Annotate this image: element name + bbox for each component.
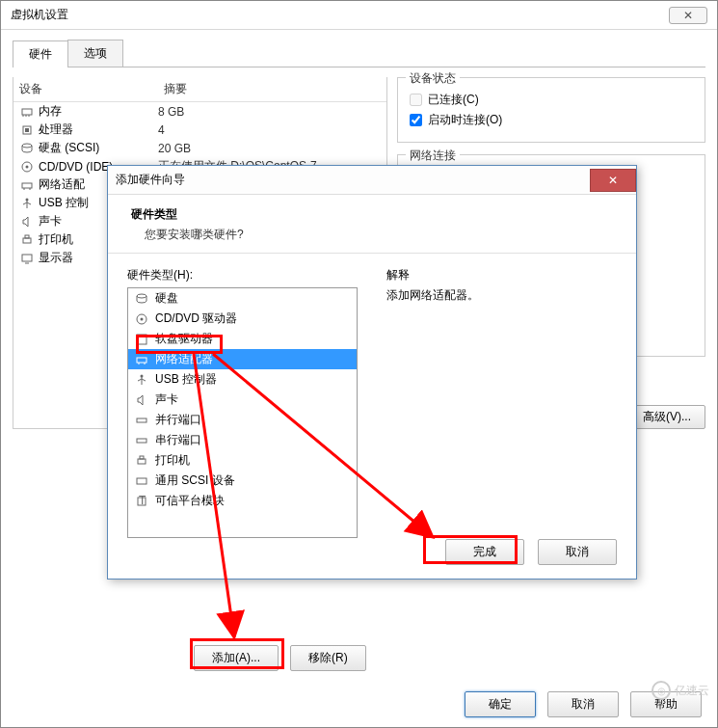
device-summary: 8 GB xyxy=(158,105,381,119)
connected-label: 已连接(C) xyxy=(428,92,479,108)
hardware-type-label: 硬件类型(H): xyxy=(127,267,358,283)
scsi-icon xyxy=(134,474,149,488)
svg-rect-32 xyxy=(137,418,146,422)
device-name: 声卡 xyxy=(39,213,62,229)
svg-line-15 xyxy=(27,202,31,204)
svg-rect-35 xyxy=(140,456,144,459)
svg-text:T: T xyxy=(139,495,146,507)
status-title: 设备状态 xyxy=(406,70,460,87)
device-name: 打印机 xyxy=(39,231,73,248)
hardware-item-label: 并行端口 xyxy=(155,412,201,428)
svg-rect-0 xyxy=(22,109,32,115)
wizard-title: 添加硬件向导 xyxy=(116,172,185,188)
svg-point-8 xyxy=(26,165,29,168)
hardware-item[interactable]: 硬盘 xyxy=(128,288,357,309)
port-icon xyxy=(134,414,149,427)
svg-rect-18 xyxy=(22,255,32,261)
watermark-text: 亿速云 xyxy=(675,683,709,699)
cd-icon xyxy=(19,160,35,174)
hardware-item-label: 通用 SCSI 设备 xyxy=(155,472,235,489)
tpm-icon: T xyxy=(134,495,149,508)
wizard-subheading: 您要安装哪类硬件? xyxy=(131,227,613,243)
netbox-title: 网络连接 xyxy=(406,148,460,164)
hardware-item[interactable]: 打印机 xyxy=(128,450,357,471)
device-row[interactable]: 处理器4 xyxy=(13,121,386,139)
svg-rect-25 xyxy=(137,358,146,363)
wizard-close-button[interactable]: ✕ xyxy=(590,169,636,192)
hardware-item[interactable]: T可信平台模块 xyxy=(128,491,357,511)
tab-options[interactable]: 选项 xyxy=(67,40,123,67)
hardware-item[interactable]: USB 控制器 xyxy=(128,369,357,390)
svg-rect-17 xyxy=(25,235,29,238)
disk-icon xyxy=(134,292,149,306)
cd-icon xyxy=(134,312,149,326)
net-icon xyxy=(134,353,149,366)
titlebar: 虚拟机设置 ✕ xyxy=(1,1,717,30)
floppy-icon xyxy=(134,333,149,346)
hardware-item-label: CD/DVD 驱动器 xyxy=(155,310,237,327)
svg-line-30 xyxy=(138,379,142,381)
svg-rect-5 xyxy=(25,128,29,132)
printer-icon xyxy=(19,233,35,247)
close-button[interactable]: ✕ xyxy=(669,7,707,24)
hardware-item[interactable]: 声卡 xyxy=(128,390,357,410)
add-hardware-wizard: 添加硬件向导 ✕ 硬件类型 您要安装哪类硬件? 硬件类型(H): 硬盘CD/DV… xyxy=(107,165,637,580)
advanced-button[interactable]: 高级(V)... xyxy=(628,405,705,429)
device-name: 处理器 xyxy=(39,121,73,138)
connect-on-start-input[interactable] xyxy=(410,114,422,126)
connected-checkbox[interactable]: 已连接(C) xyxy=(410,92,693,108)
device-summary: 4 xyxy=(158,123,381,137)
connect-on-start-checkbox[interactable]: 启动时连接(O) xyxy=(410,112,693,128)
hardware-item[interactable]: 通用 SCSI 设备 xyxy=(128,471,357,491)
device-name: USB 控制 xyxy=(39,195,89,211)
device-name: CD/DVD (IDE) xyxy=(39,160,113,174)
svg-point-22 xyxy=(141,317,144,320)
net-icon xyxy=(19,178,35,192)
svg-rect-16 xyxy=(23,238,31,243)
tab-hardware[interactable]: 硬件 xyxy=(13,40,68,67)
hardware-item[interactable]: 软盘驱动器 xyxy=(128,329,357,349)
add-button[interactable]: 添加(A)... xyxy=(194,645,279,671)
hardware-item-label: 硬盘 xyxy=(155,290,178,307)
hardware-item[interactable]: 并行端口 xyxy=(128,410,357,430)
description-label: 解释 xyxy=(386,267,617,283)
sound-icon xyxy=(134,393,149,407)
svg-line-31 xyxy=(142,379,146,381)
hardware-item-label: 软盘驱动器 xyxy=(155,331,213,347)
device-name: 网络适配 xyxy=(39,176,85,193)
hardware-item-label: USB 控制器 xyxy=(155,371,217,388)
device-name: 内存 xyxy=(39,103,62,120)
svg-rect-9 xyxy=(22,183,32,188)
hardware-type-list[interactable]: 硬盘CD/DVD 驱动器软盘驱动器网络适配器USB 控制器声卡并行端口串行端口打… xyxy=(127,287,358,538)
svg-point-6 xyxy=(22,144,32,148)
wizard-cancel-button[interactable]: 取消 xyxy=(538,539,617,565)
wizard-header: 硬件类型 您要安装哪类硬件? xyxy=(108,195,636,254)
col-summary: 摘要 xyxy=(158,77,386,101)
device-row[interactable]: 硬盘 (SCSI)20 GB xyxy=(13,139,386,157)
ok-button[interactable]: 确定 xyxy=(465,691,536,717)
device-status-group: 设备状态 已连接(C) 启动时连接(O) xyxy=(397,77,705,143)
device-row[interactable]: 内存8 GB xyxy=(13,102,386,121)
finish-button[interactable]: 完成 xyxy=(445,539,524,565)
svg-point-20 xyxy=(137,294,146,298)
hardware-item[interactable]: 串行端口 xyxy=(128,430,357,450)
cancel-button[interactable]: 取消 xyxy=(547,691,619,717)
memory-icon xyxy=(19,105,35,119)
wizard-titlebar: 添加硬件向导 ✕ xyxy=(108,166,636,195)
printer-icon xyxy=(134,454,149,468)
svg-rect-36 xyxy=(137,478,146,484)
tabstrip: 硬件 选项 xyxy=(13,40,705,67)
hardware-item[interactable]: CD/DVD 驱动器 xyxy=(128,309,357,329)
port-icon xyxy=(134,434,149,447)
device-name: 硬盘 (SCSI) xyxy=(39,140,99,156)
hardware-item[interactable]: 网络适配器 xyxy=(128,349,357,369)
connected-input xyxy=(410,94,422,106)
device-name: 显示器 xyxy=(39,250,73,266)
description-text: 添加网络适配器。 xyxy=(386,287,617,304)
device-summary: 20 GB xyxy=(158,142,381,155)
col-device: 设备 xyxy=(13,77,158,101)
usb-icon xyxy=(134,373,149,387)
hardware-item-label: 可信平台模块 xyxy=(155,493,225,509)
cpu-icon xyxy=(19,123,35,137)
remove-button[interactable]: 移除(R) xyxy=(290,645,366,671)
